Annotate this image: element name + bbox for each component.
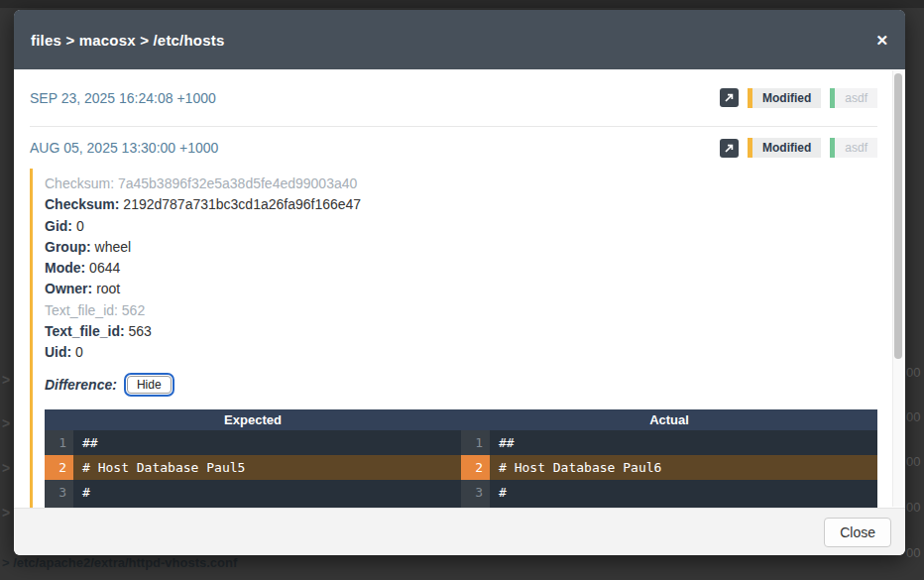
modal-header: files > macosx > /etc/hosts ✕: [14, 10, 905, 69]
breadcrumb: files > macosx > /etc/hosts: [31, 32, 225, 49]
detail-value: 2192d787a731bc3cd1a26fa96f166e47: [123, 196, 361, 212]
detail-label: Text_file_id:: [45, 302, 118, 318]
background-tree-chevron: >: [2, 372, 10, 388]
detail-label: Mode:: [45, 260, 85, 276]
diff-code-expected: # Host Database Paul5: [73, 455, 461, 480]
detail-value: 563: [129, 323, 152, 339]
diff-table-header: Expected Actual: [45, 409, 877, 430]
detail-label: Text_file_id:: [45, 323, 125, 339]
diff-code-expected: #: [73, 480, 461, 505]
background-file-path: > /etc/apache2/extra/httpd-vhosts.conf: [2, 555, 237, 570]
difference-row: Difference: Hide: [45, 373, 877, 397]
diff-code-actual: # localhost is used to configure the loo…: [490, 505, 877, 508]
line-number: 1: [45, 430, 73, 455]
detail-row: Checksum: 2192d787a731bc3cd1a26fa96f166e…: [45, 194, 877, 215]
tag-badge-label: asdf: [835, 138, 877, 158]
diff-column-header-expected: Expected: [45, 409, 461, 430]
history-entry-row[interactable]: SEP 23, 2025 16:24:08 +1000 Modified asd…: [30, 69, 877, 127]
detail-value: 7a45b3896f32e5a38d5fe4ed99003a40: [118, 175, 357, 191]
external-link-icon[interactable]: [720, 88, 739, 107]
detail-label: Checksum:: [45, 196, 119, 212]
tag-badge-label: asdf: [835, 88, 877, 108]
detail-row: Checksum: 7a45b3896f32e5a38d5fe4ed99003a…: [45, 174, 877, 194]
line-number: 4: [45, 505, 73, 508]
entry-details-panel: Checksum: 7a45b3896f32e5a38d5fe4ed99003a…: [30, 169, 877, 508]
detail-label: Gid:: [45, 218, 72, 234]
entry-timestamp: AUG 05, 2025 13:30:00 +1000: [30, 140, 218, 156]
line-number: 3: [45, 480, 73, 505]
scrollbar-thumb[interactable]: [894, 73, 902, 359]
background-text-fragment: 00: [906, 545, 920, 560]
detail-row: Text_file_id: 562: [45, 300, 877, 321]
file-history-modal: files > macosx > /etc/hosts ✕ SEP 23, 20…: [14, 10, 905, 555]
diff-line-changed: 2 # Host Database Paul5 2 # Host Databas…: [45, 455, 877, 480]
detail-label: Group:: [45, 239, 91, 255]
detail-row: Text_file_id: 563: [45, 321, 877, 342]
detail-row: Uid: 0: [45, 342, 877, 363]
modal-scrollbar[interactable]: [892, 70, 903, 507]
detail-row: Owner: root: [45, 279, 877, 299]
diff-code-actual: # Host Database Paul6: [490, 455, 877, 480]
diff-line: 4 # localhost is used to configure the l…: [45, 505, 877, 508]
detail-value: wheel: [95, 239, 132, 255]
diff-column-header-actual: Actual: [461, 409, 877, 430]
backdrop-top-strip: [0, 0, 924, 8]
background-text-fragment: 00: [906, 454, 920, 469]
detail-value: 0: [76, 218, 84, 234]
entry-timestamp: SEP 23, 2025 16:24:08 +1000: [30, 90, 216, 106]
page-backdrop: > > > > 00 00 00 00 00 > /etc/apache2/ex…: [0, 0, 924, 580]
background-tree-chevron: >: [2, 460, 10, 476]
status-badge: Modified: [748, 88, 821, 108]
status-badge: Modified: [748, 138, 821, 158]
line-number: 3: [461, 480, 490, 505]
detail-label: Owner:: [45, 281, 92, 296]
line-number: 1: [461, 430, 490, 455]
diff-line: 3 # 3 #: [45, 480, 877, 505]
detail-label: Uid:: [45, 344, 71, 360]
background-text-fragment: 00: [906, 409, 920, 424]
external-link-icon[interactable]: [720, 139, 739, 158]
tag-badge: asdf: [830, 88, 877, 108]
background-tree-chevron: >: [2, 505, 10, 521]
status-badge-label: Modified: [752, 138, 821, 158]
detail-value: 0: [75, 344, 83, 360]
modal-footer: Close: [14, 508, 905, 555]
detail-value: root: [96, 281, 120, 296]
detail-row: Gid: 0: [45, 216, 877, 237]
detail-row: Mode: 0644: [45, 258, 877, 279]
diff-code-expected: ##: [73, 430, 461, 455]
status-badge-label: Modified: [752, 88, 821, 108]
line-number: 4: [461, 505, 490, 508]
hide-diff-button[interactable]: Hide: [127, 376, 172, 394]
detail-value: 0644: [89, 260, 120, 276]
difference-label: Difference:: [45, 377, 117, 393]
line-number: 2: [461, 455, 490, 480]
diff-line: 1 ## 1 ##: [45, 430, 877, 455]
detail-label: Checksum:: [45, 175, 114, 191]
detail-value: 562: [122, 302, 145, 318]
background-text-fragment: 00: [906, 365, 920, 380]
diff-table: Expected Actual 1 ## 1 ## 2 # Host Datab…: [45, 409, 877, 508]
diff-code-actual: ##: [490, 430, 877, 455]
background-tree-chevron: >: [2, 415, 10, 431]
close-button[interactable]: Close: [824, 518, 891, 547]
close-icon[interactable]: ✕: [875, 33, 888, 48]
history-entry-row[interactable]: AUG 05, 2025 13:30:00 +1000 Modified asd…: [30, 127, 877, 169]
modal-body: SEP 23, 2025 16:24:08 +1000 Modified asd…: [14, 69, 905, 508]
diff-code-actual: #: [490, 480, 877, 505]
background-text-fragment: 00: [906, 500, 920, 515]
detail-row: Group: wheel: [45, 237, 877, 258]
tag-badge: asdf: [830, 138, 877, 158]
diff-code-expected: # localhost is used to configure the loo…: [73, 505, 461, 508]
line-number: 2: [45, 455, 73, 480]
